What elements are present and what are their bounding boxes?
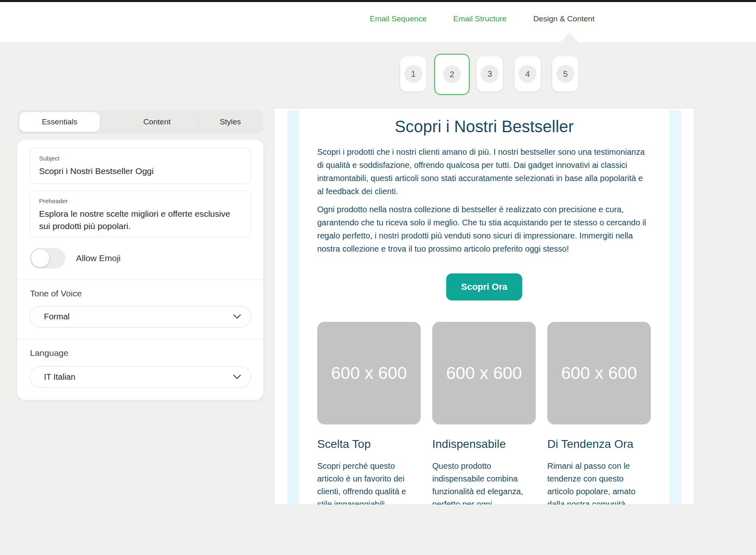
step-number: 5 <box>556 65 574 83</box>
nav-email-sequence[interactable]: Email Sequence <box>370 14 426 23</box>
tab-content[interactable]: Content <box>116 110 198 134</box>
preheader-value: Esplora le nostre scelte migliori e offe… <box>39 208 242 232</box>
tab-essentials[interactable]: Essentials <box>19 112 100 132</box>
product-card: 600 x 600 Di Tendenza Ora Rimani al pass… <box>547 322 651 505</box>
nav-design-content[interactable]: Design & Content <box>533 14 595 23</box>
essentials-panel: Subject Scopri i Nostri Bestseller Oggi … <box>17 140 263 400</box>
preheader-field[interactable]: Preheader Esplora le nostre scelte migli… <box>30 190 251 237</box>
product-description: Rimani al passo con le tendenze con ques… <box>547 460 651 505</box>
product-title: Indispensabile <box>432 438 536 451</box>
chevron-down-icon <box>233 314 241 319</box>
allow-emoji-toggle[interactable] <box>30 248 65 268</box>
tab-essentials-label: Essentials <box>42 117 78 126</box>
step-number: 1 <box>404 65 422 83</box>
step-number: 4 <box>519 65 537 83</box>
email-paragraph-2: Ogni prodotto nella nostra collezione di… <box>317 203 651 255</box>
step-button-1[interactable]: 1 <box>400 56 426 92</box>
allow-emoji-row: Allow Emoji <box>30 248 121 268</box>
editor-tabs-bar: Essentials Content Styles <box>17 110 263 134</box>
email-paragraph-1: Scopri i prodotti che i nostri clienti a… <box>317 145 651 198</box>
product-title: Di Tendenza Ora <box>547 438 651 451</box>
step-button-3[interactable]: 3 <box>477 56 503 92</box>
step-button-2-active[interactable]: 2 <box>434 54 470 95</box>
tone-of-voice-select[interactable]: Formal <box>30 306 251 328</box>
product-description: Scopri perché questo articolo è un favor… <box>317 460 421 505</box>
cta-button[interactable]: Scopri Ora <box>446 273 522 300</box>
tone-of-voice-value: Formal <box>44 312 233 321</box>
product-description: Questo prodotto indispensabile combina f… <box>432 460 536 505</box>
main-nav: Email Sequence Email Structure Design & … <box>0 2 756 42</box>
tone-of-voice-label: Tone of Voice <box>30 289 82 298</box>
product-image-placeholder: 600 x 600 <box>432 322 536 424</box>
toggle-knob <box>31 249 49 267</box>
product-image-placeholder: 600 x 600 <box>547 322 651 424</box>
language-label: Language <box>30 348 68 358</box>
email-preview-panel: Scopri i Nostri Bestseller Scopri i prod… <box>274 108 694 505</box>
email-canvas: Scopri i Nostri Bestseller Scopri i prod… <box>287 110 681 505</box>
email-content: Scopri i Nostri Bestseller Scopri i prod… <box>299 110 669 505</box>
product-card: 600 x 600 Indispensabile Questo prodotto… <box>432 322 536 505</box>
step-button-4[interactable]: 4 <box>514 56 541 92</box>
product-image-placeholder: 600 x 600 <box>317 322 421 424</box>
product-grid: 600 x 600 Scelta Top Scopri perché quest… <box>317 322 651 505</box>
nav-email-structure[interactable]: Email Structure <box>453 14 507 23</box>
top-header: Email Sequence Email Structure Design & … <box>0 2 756 42</box>
step-button-5[interactable]: 5 <box>552 56 579 92</box>
divider <box>17 280 263 280</box>
cta-wrapper: Scopri Ora <box>317 273 651 300</box>
language-value: IT Italian <box>44 372 233 382</box>
product-title: Scelta Top <box>317 438 421 451</box>
subject-label: Subject <box>39 155 242 162</box>
tab-styles[interactable]: Styles <box>198 110 262 134</box>
divider <box>17 339 263 339</box>
language-select[interactable]: IT Italian <box>30 366 251 388</box>
subject-field[interactable]: Subject Scopri i Nostri Bestseller Oggi <box>30 148 251 184</box>
subject-value: Scopri i Nostri Bestseller Oggi <box>39 165 242 177</box>
chevron-down-icon <box>233 375 241 379</box>
product-card: 600 x 600 Scelta Top Scopri perché quest… <box>317 322 421 505</box>
allow-emoji-label: Allow Emoji <box>76 253 121 263</box>
active-nav-caret <box>560 32 579 42</box>
step-number: 2 <box>443 65 461 83</box>
preheader-label: Preheader <box>39 197 242 204</box>
email-title: Scopri i Nostri Bestseller <box>317 117 651 136</box>
step-number: 3 <box>481 65 499 83</box>
